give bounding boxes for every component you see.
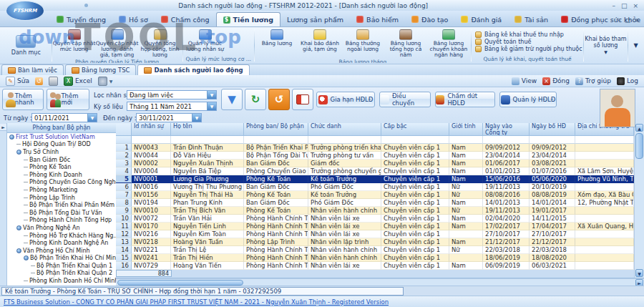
toolbar-đóng-button[interactable]: ×Đóng — [540, 77, 572, 85]
filter-cell-6[interactable] — [449, 136, 483, 144]
tree-item-11[interactable]: Bộ Phận Tổng Đài Tư Vấn — [7, 209, 116, 217]
mdi-close-icon[interactable]: × — [635, 17, 640, 24]
filter-cell-4[interactable] — [308, 136, 381, 144]
ribbon-button-g1-2[interactable]: Quyền cập nhật lương, đánh giá, tạm ứng — [96, 28, 139, 58]
employee-row-3[interactable]: 3NV0002Nguyễn Xuân ThịnhBan Giám ĐốcGiám… — [116, 160, 644, 167]
ribbon-button-g3-5[interactable]: Bảng lương chuyển khoản ngân hàng — [427, 28, 470, 58]
ribbon-button-g3-4[interactable]: Bảng lương tổng hợp cả năm — [384, 28, 427, 58]
column-header-7[interactable]: Ngày vào Công ty — [483, 123, 530, 136]
loc-nhan-su-combo[interactable]: Đang làm việc ▼ — [127, 90, 217, 99]
quick-access-dot[interactable] — [84, 4, 88, 7]
horizontal-scroll-thumb[interactable] — [117, 280, 243, 286]
toolbar-view-button[interactable]: View — [509, 77, 540, 85]
tu-ngay-field[interactable]: 01/11/2021 ▼ — [31, 113, 97, 122]
mdi-restore-icon[interactable]: □ — [625, 17, 631, 24]
employee-row-8[interactable]: 8NV0194Phan Trung KínhBan Giám ĐốcPhó Gi… — [116, 199, 644, 207]
filter-cell-8[interactable] — [530, 136, 575, 144]
tax-menu-item-3[interactable]: Bảng kê giảm trừ người phụ thuộc — [475, 46, 582, 52]
ribbon-tab-1[interactable]: Tuyển dụng — [50, 12, 112, 26]
document-tab-3[interactable]: Danh sách người lao động — [137, 64, 249, 75]
ribbon-button-g2-1[interactable]: Quản lý mức lương nhân sự — [184, 28, 227, 55]
ribbon-tab-7[interactable]: Đào tạo — [405, 12, 454, 26]
tree-item-3[interactable]: Trụ Sở Chính — [7, 148, 116, 156]
column-header-5[interactable]: Cấp bậc — [381, 123, 449, 136]
them-moi-button[interactable]: Thêm mới — [47, 89, 89, 110]
column-header-3[interactable]: Phòng ban/ Bộ phận — [244, 123, 308, 136]
filter-cell-3[interactable] — [244, 136, 308, 144]
vertical-scrollbar[interactable]: ▲▼ — [634, 123, 644, 278]
tree-item-13[interactable]: Văn Phòng Nghệ An — [7, 224, 116, 232]
den-ngay-field[interactable]: 30/11/2021 ▼ — [136, 113, 202, 122]
employee-row-16[interactable]: 16NV0729Hoàng Văn TiếnPhòng Hành Chính T… — [116, 262, 644, 270]
employee-row-1[interactable]: 1NV0043Trần Đình ThuậnBộ Phận Triển Khai… — [116, 144, 644, 152]
quan-ly-hdld-button[interactable]: Quản lý HĐLĐ — [499, 92, 557, 107]
tree-item-7[interactable]: Phòng Chuyển Giao Công Nghệ — [7, 179, 116, 187]
employee-row-12[interactable]: 12NV0216Nguyễn Kim ToànPhòng Hành Chính … — [116, 230, 644, 238]
tree-item-18[interactable]: Bộ Phận Triển Khai Quận 1 — [7, 262, 116, 270]
calendar-dropdown-icon[interactable]: ▼ — [192, 114, 201, 122]
filter-cell-1[interactable] — [132, 136, 171, 144]
employee-row-14[interactable]: 14NV0221Trần Thị LệPhòng Hành Chính Tổng… — [116, 246, 644, 254]
employee-row-13[interactable]: 13NV0218Hoàng Văn TuấnPhòng Lập TrìnhNhâ… — [116, 238, 644, 246]
column-header-1[interactable]: Id nhân sự — [132, 123, 171, 136]
ribbon-tab-3[interactable]: Chấm công — [155, 12, 216, 26]
ribbon-button-g1-3[interactable]: Quyền tổng hợp công, tính lương — [139, 28, 182, 58]
tree-item-1[interactable]: First Trust Solution VietNam — [7, 133, 116, 141]
tree-item-17[interactable]: Bộ Phận Triển Khai Hồ Chí Minh — [7, 255, 116, 263]
scroll-up-icon[interactable]: ▲ — [635, 124, 643, 132]
toolbar-log-button[interactable]: Log — [614, 77, 641, 85]
mdi-minimize-icon[interactable]: – — [618, 17, 621, 24]
employee-row-7[interactable]: 7NV0156Nguyễn Thị Thái HàPhòng Kế ToánKế… — [116, 191, 644, 199]
tree-item-6[interactable]: Phòng Kinh Doanh — [7, 171, 116, 179]
employee-row-6[interactable]: 6NV0016Vương Thị Thu PhươngBan Giám ĐốcP… — [116, 183, 644, 191]
ribbon-tab-5[interactable]: Lương sản phẩm — [280, 12, 350, 26]
toolbar-trợ-giúp-button[interactable]: ?Trợ giúp — [572, 77, 614, 85]
filter-cell-7[interactable] — [483, 136, 530, 144]
chevron-down-icon[interactable]: ▼ — [207, 102, 216, 110]
tree-item-2[interactable]: Hội Đồng Quản Trị/ BOD — [7, 141, 116, 149]
ribbon-more-button[interactable]: ▼ — [629, 28, 643, 63]
sua-button[interactable]: ✎ Sửa — [3, 77, 32, 86]
column-header-2[interactable]: Họ tên — [171, 123, 244, 136]
tree-item-4[interactable]: Ban Giám Đốc — [7, 156, 116, 164]
ribbon-button-g3-3[interactable]: Bảng thưởng ngoài lương — [341, 28, 384, 58]
danh-muc-button[interactable]: Danh mục — [1, 28, 51, 63]
ribbon-button-g3-1[interactable]: Bảng lương — [255, 28, 298, 58]
collapse-arrow-icon[interactable]: ► — [0, 124, 6, 131]
dieu-chuyen-button[interactable]: Điều chuyển — [379, 92, 431, 107]
badge-button[interactable] — [292, 89, 313, 110]
vertical-scroll-thumb[interactable] — [635, 133, 643, 159]
tree-item-5[interactable]: Phòng Kế Toán — [7, 163, 116, 171]
tree-item-12[interactable]: Phòng Hành Chính Tổng Hợp — [7, 217, 116, 225]
tree-item-14[interactable]: Phòng Hỗ Trợ Khách Hàng Ng... — [7, 232, 116, 240]
ribbon-button-g3-2[interactable]: Khai báo đánh giá, tạm ứng — [298, 28, 341, 58]
refresh-button[interactable]: ↻ — [245, 89, 266, 110]
panel-collapse-strip[interactable]: ► — [0, 123, 7, 286]
filter-cell-9[interactable] — [575, 136, 634, 144]
minimize-icon[interactable]: – — [612, 2, 615, 9]
print-button[interactable] — [46, 77, 61, 86]
ky-so-lieu-combo[interactable]: Tháng 11 Năm 2021 ▼ — [127, 102, 217, 111]
document-tab-1[interactable]: Bàn làm việc — [1, 64, 64, 75]
filter-funnel-button[interactable]: ▼ — [221, 89, 243, 110]
footer-link[interactable]: FTS Business Solution - CÔNG TY CỔ PHẦN … — [4, 298, 389, 306]
employee-row-10[interactable]: 10NV0072Trần Văn HảiPhòng Hành Chính Tổn… — [116, 215, 644, 223]
tree-item-8[interactable]: Phòng Marketing — [7, 186, 116, 194]
employee-row-2[interactable]: 2NV0044Đỗ Văn HiệuBộ Phận Tổng Đài Tư Vấ… — [116, 152, 644, 160]
tax-menu-item-1[interactable]: Bảng kê khai thuế thu nhập — [475, 31, 582, 38]
ribbon-tab-9[interactable]: Tài sản — [508, 12, 555, 26]
tree-item-10[interactable]: Bộ Phận Triển Khai Phần Mềm — [7, 201, 116, 209]
employee-row-9[interactable]: 9NV0010Trần Thị Bích VânPhòng Kế ToánNhâ… — [116, 207, 644, 215]
chevron-down-icon[interactable]: ▼ — [207, 91, 216, 99]
ribbon-tab-8[interactable]: Đánh giá — [454, 12, 508, 26]
ribbon-tab-2[interactable]: Hồ sơ — [112, 12, 155, 26]
calendar-dropdown-icon[interactable]: ▼ — [87, 114, 97, 122]
settings-dropdown-button[interactable]: ▼ — [95, 77, 116, 86]
tree-item-15[interactable]: Phòng Kinh Doanh Nghệ An — [7, 239, 116, 247]
gia-han-hdld-button[interactable]: Gia hạn HĐLĐ — [316, 92, 375, 107]
tax-menu-item-2[interactable]: Quyết toán thuế — [475, 39, 582, 45]
employee-row-11[interactable]: 11NV0170Nguyễn Tiến LinhPhòng Hành Chính… — [116, 223, 644, 230]
ribbon-button-g1-1[interactable]: Quyền cập nhật mức lương — [53, 28, 96, 58]
filter-cell-5[interactable] — [381, 136, 449, 144]
ribbon-tab-6[interactable]: Bảo hiểm — [350, 12, 405, 26]
